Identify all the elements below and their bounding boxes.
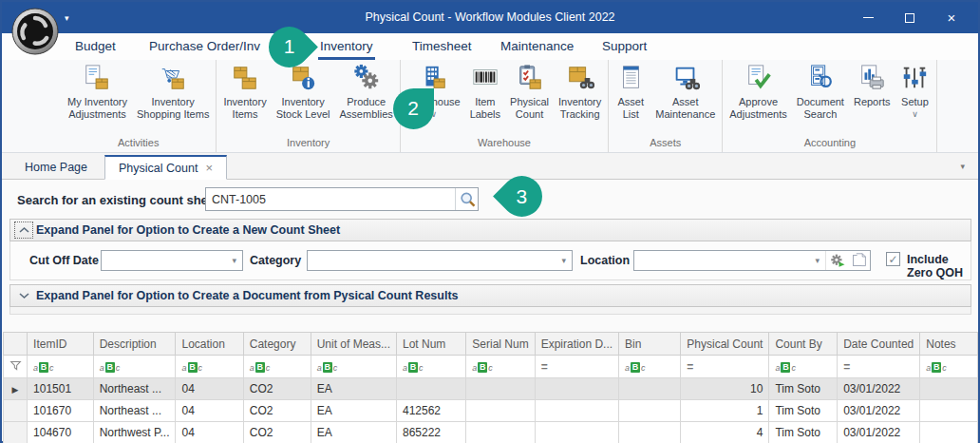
- document-search-button[interactable]: DocumentSearch: [792, 60, 849, 121]
- asset-maintenance-button[interactable]: AssetMaintenance: [650, 60, 720, 121]
- cell-itemid[interactable]: 101670: [28, 400, 94, 422]
- filter-cell-itemid[interactable]: aBc: [28, 356, 94, 378]
- expand-panel-button[interactable]: [15, 288, 32, 303]
- cell-serial-num[interactable]: [466, 400, 535, 422]
- count-sheet-search-input[interactable]: [206, 193, 455, 206]
- app-logo-button[interactable]: [11, 8, 59, 55]
- filter-cell-serial-num[interactable]: aBc: [466, 356, 535, 378]
- location-copy-button[interactable]: [848, 251, 870, 270]
- cell-notes[interactable]: [920, 378, 978, 400]
- cell-expiration-d-[interactable]: [535, 422, 618, 443]
- filter-cell-lot-num[interactable]: aBc: [397, 356, 466, 378]
- create-document-panel-header[interactable]: Expand Panel for Option to Create a Docu…: [9, 284, 971, 307]
- column-header-lot-num[interactable]: Lot Num: [397, 333, 466, 356]
- cell-location[interactable]: 04: [176, 400, 243, 422]
- cell-count-by[interactable]: Tim Soto: [769, 378, 838, 400]
- filter-cell-count-by[interactable]: aBc: [769, 356, 838, 378]
- menu-item-purchase-order-inv[interactable]: Purchase Order/Inv: [147, 37, 262, 57]
- filter-cell-location[interactable]: aBc: [176, 356, 243, 378]
- column-header-category[interactable]: Category: [243, 333, 311, 356]
- app-menu-caret-icon[interactable]: ▾: [65, 13, 69, 23]
- cell-location[interactable]: 04: [176, 378, 243, 400]
- cell-physical-count[interactable]: 1: [681, 400, 769, 422]
- cell-bin[interactable]: [619, 400, 681, 422]
- column-header-bin[interactable]: Bin: [619, 333, 681, 356]
- tab-overflow-caret-icon[interactable]: ▾: [960, 162, 965, 171]
- maximize-button[interactable]: [889, 2, 931, 33]
- column-header-count-by[interactable]: Count By: [769, 333, 838, 356]
- cell-date-counted[interactable]: 03/01/2022: [838, 422, 920, 443]
- produce-assemblies-button[interactable]: ProduceAssemblies: [335, 60, 398, 121]
- inventory-stock-level-button[interactable]: InventoryStock Level: [272, 60, 335, 121]
- asset-list-button[interactable]: AssetList: [611, 60, 650, 121]
- cell-category[interactable]: CO2: [243, 378, 311, 400]
- menu-item-timesheet[interactable]: Timesheet: [410, 37, 474, 57]
- filter-cell-bin[interactable]: aBc: [619, 356, 681, 378]
- cell-unit-of-meas-[interactable]: EA: [311, 400, 396, 422]
- cell-serial-num[interactable]: [466, 378, 535, 400]
- search-button[interactable]: [455, 188, 478, 210]
- cell-location[interactable]: 04: [176, 422, 243, 443]
- column-header-expiration-d-[interactable]: Expiration D...: [535, 333, 618, 356]
- cell-bin[interactable]: [619, 422, 681, 443]
- inventory-shopping-items-button[interactable]: InventoryShopping Items: [132, 60, 214, 121]
- tab-close-icon[interactable]: ×: [205, 161, 213, 175]
- column-header-serial-num[interactable]: Serial Num: [466, 333, 535, 356]
- menu-item-support[interactable]: Support: [600, 37, 649, 57]
- setup-button[interactable]: Setup∨: [895, 60, 934, 120]
- location-settings-button[interactable]: [826, 251, 848, 270]
- cell-category[interactable]: CO2: [243, 422, 311, 443]
- cell-lot-num[interactable]: 412562: [397, 400, 466, 422]
- cell-expiration-d-[interactable]: [535, 378, 618, 400]
- table-row[interactable]: 101670Northeast ...04CO2EA4125621Tim Sot…: [4, 400, 978, 422]
- cell-lot-num[interactable]: 865222: [397, 422, 466, 443]
- filter-cell-physical-count[interactable]: =: [681, 356, 769, 378]
- filter-cell-date-counted[interactable]: =: [838, 356, 920, 378]
- cell-expiration-d-[interactable]: [535, 400, 618, 422]
- column-header-itemid[interactable]: ItemID: [28, 333, 94, 356]
- cut-off-date-combo[interactable]: ▾: [101, 250, 243, 271]
- cell-bin[interactable]: [619, 378, 681, 400]
- column-header-location[interactable]: Location: [176, 333, 243, 356]
- physical-count-button[interactable]: PhysicalCount: [505, 60, 554, 121]
- item-labels-button[interactable]: ItemLabels: [465, 60, 505, 121]
- filter-cell-category[interactable]: aBc: [243, 356, 311, 378]
- cell-serial-num[interactable]: [466, 422, 535, 443]
- column-header-physical-count[interactable]: Physical Count: [681, 333, 769, 356]
- tab-physical-count[interactable]: Physical Count×: [104, 155, 227, 180]
- column-header-description[interactable]: Description: [93, 333, 176, 356]
- category-combo[interactable]: ▾: [307, 250, 573, 271]
- include-zero-qoh-checkbox[interactable]: ✓: [886, 252, 900, 266]
- new-count-sheet-panel-header[interactable]: Expand Panel for Option to Create a New …: [9, 219, 971, 241]
- cell-itemid[interactable]: 101501: [28, 378, 94, 400]
- cell-count-by[interactable]: Tim Soto: [769, 400, 838, 422]
- menu-item-maintenance[interactable]: Maintenance: [499, 37, 575, 57]
- filter-cell-description[interactable]: aBc: [93, 356, 176, 378]
- cell-description[interactable]: Northeast ...: [93, 400, 176, 422]
- approve-adjustments-button[interactable]: ApproveAdjustments: [725, 60, 792, 121]
- cell-date-counted[interactable]: 03/01/2022: [838, 378, 920, 400]
- cell-category[interactable]: CO2: [243, 400, 311, 422]
- cell-notes[interactable]: [920, 400, 978, 422]
- menu-item-inventory[interactable]: Inventory: [318, 37, 375, 60]
- column-header-notes[interactable]: Notes: [920, 333, 978, 356]
- filter-cell-unit-of-meas-[interactable]: aBc: [311, 356, 396, 378]
- cell-unit-of-meas-[interactable]: EA: [311, 378, 396, 400]
- cell-unit-of-meas-[interactable]: EA: [311, 422, 396, 443]
- table-row[interactable]: ▶101501Northeast ...04CO2EA10Tim Soto03/…: [4, 378, 978, 400]
- inventory-items-button[interactable]: InventoryItems: [218, 60, 271, 121]
- column-header-date-counted[interactable]: Date Counted: [838, 333, 920, 356]
- cell-count-by[interactable]: Tim Soto: [769, 422, 838, 443]
- cell-description[interactable]: Northwest P...: [93, 422, 176, 443]
- close-button[interactable]: ×: [931, 2, 972, 33]
- filter-cell-notes[interactable]: aBc: [920, 356, 978, 378]
- reports-button[interactable]: Reports: [849, 60, 895, 108]
- cell-lot-num[interactable]: [397, 378, 466, 400]
- minimize-button[interactable]: [847, 2, 889, 33]
- cell-date-counted[interactable]: 03/01/2022: [838, 400, 920, 422]
- cell-notes[interactable]: [920, 422, 978, 443]
- table-row[interactable]: 104670Northwest P...04CO2EA8652224Tim So…: [4, 422, 978, 443]
- filter-cell-expiration-d-[interactable]: =: [535, 356, 618, 378]
- location-combo[interactable]: ▾: [633, 250, 871, 271]
- cell-physical-count[interactable]: 10: [681, 378, 769, 400]
